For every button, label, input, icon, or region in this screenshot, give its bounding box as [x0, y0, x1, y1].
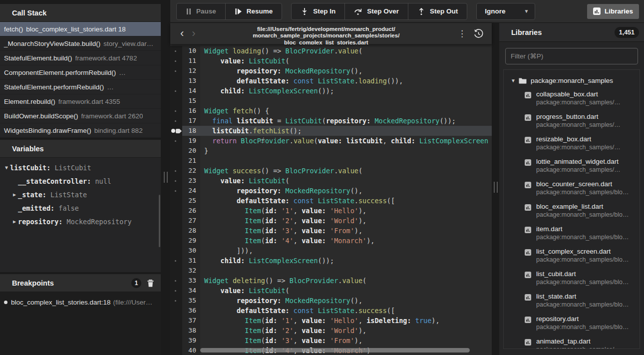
- gutter-marks[interactable]: [170, 346, 182, 355]
- variable-row[interactable]: ▼listCubit: ListCubit: [0, 161, 161, 174]
- library-file-item[interactable]: list_state.dartpackage:monarch_samples/b…: [504, 289, 640, 312]
- library-file-item[interactable]: list_cubit.dartpackage:monarch_samples/b…: [504, 267, 640, 289]
- gutter-marks[interactable]: [170, 76, 182, 86]
- library-file-item[interactable]: repository.dartpackage:monarch_samples/b…: [504, 312, 640, 334]
- call-stack-frame[interactable]: ComponentElement.performRebuild()…: [0, 65, 161, 80]
- variable-row[interactable]: _emitted: false: [0, 201, 161, 215]
- gutter-marks[interactable]: [170, 116, 182, 126]
- gutter-marks[interactable]: [170, 226, 182, 236]
- variable-row[interactable]: ▶repository: MockedRepository: [0, 215, 161, 228]
- library-file-item[interactable]: resizable_box.dartpackage:monarch_sample…: [504, 132, 640, 154]
- file-path-line-2: monarch_sample_projects/monarch_samples/…: [200, 32, 453, 39]
- variables-header: Variables: [0, 140, 161, 158]
- gutter-marks[interactable]: [170, 166, 182, 176]
- line-number: 34: [182, 286, 200, 296]
- call-stack-list: fetch()bloc_complex_list_stories.dart 18…: [0, 22, 161, 138]
- call-stack-frame[interactable]: StatefulElement.performRebuild()…: [0, 80, 161, 94]
- code-line: 11 value: ListCubit(: [170, 56, 492, 66]
- editor-menu-icon[interactable]: ⋮: [453, 28, 471, 39]
- gutter-marks[interactable]: [170, 156, 182, 166]
- library-file-path: package:monarch_samples/…: [536, 143, 621, 151]
- step-over-button[interactable]: Step Over: [345, 3, 408, 19]
- expander-icon[interactable]: ▶: [11, 219, 18, 224]
- gutter-marks[interactable]: [170, 306, 182, 316]
- gutter-marks[interactable]: [170, 86, 182, 96]
- debug-toolbar: Pause Resume Step In: [170, 0, 644, 23]
- code-line: 34 value: ListCubit(: [170, 286, 492, 296]
- breakpoint-entry[interactable]: bloc_complex_list_stories.dart:18(file:/…: [0, 296, 161, 308]
- code-line: 35 repository: MockedRepository(),: [170, 296, 492, 306]
- library-file-icon: [525, 182, 531, 188]
- gutter-marks[interactable]: [170, 196, 182, 206]
- step-in-button[interactable]: Step In: [292, 3, 345, 19]
- navigate-forward-button[interactable]: ›: [188, 28, 199, 39]
- call-stack-frame[interactable]: StatefulElement.build()framework.dart 47…: [0, 51, 161, 65]
- exception-mode-dropdown[interactable]: Ignore ▼: [476, 3, 535, 20]
- gutter-marks[interactable]: [170, 236, 182, 246]
- line-number: 33: [182, 276, 200, 286]
- resume-button[interactable]: Resume: [226, 3, 282, 19]
- library-file-item[interactable]: list_complex_screen.dartpackage:monarch_…: [504, 244, 640, 267]
- call-stack-frame[interactable]: WidgetsBinding.drawFrame()binding.dart 8…: [0, 123, 161, 138]
- call-stack-frame[interactable]: Element.rebuild()framework.dart 4355: [0, 94, 161, 109]
- panel-resize-handle-left[interactable]: [161, 0, 170, 355]
- library-file-item[interactable]: collapsable_box.dartpackage:monarch_samp…: [504, 87, 640, 109]
- gutter-marks[interactable]: [170, 296, 182, 306]
- gutter-marks[interactable]: [170, 256, 182, 266]
- library-file-item[interactable]: bloc_counter_screen.dartpackage:monarch_…: [504, 177, 640, 199]
- gutter-marks[interactable]: [170, 276, 182, 286]
- gutter-marks[interactable]: [170, 246, 182, 256]
- library-file-name: item.dart: [536, 225, 629, 233]
- gutter-marks[interactable]: [170, 206, 182, 216]
- filter-input[interactable]: [505, 48, 638, 64]
- trash-icon[interactable]: [146, 279, 155, 288]
- expander-icon[interactable]: ▶: [11, 192, 18, 197]
- gutter-marks[interactable]: [170, 176, 182, 186]
- gutter-marks[interactable]: [170, 46, 182, 56]
- gutter-marks[interactable]: [170, 136, 182, 146]
- expander-icon[interactable]: ▼: [3, 165, 10, 170]
- gutter-marks[interactable]: [170, 96, 182, 106]
- variable-row[interactable]: __stateController: null: [0, 174, 161, 188]
- possible-breakpoint-dot: [175, 300, 176, 302]
- gutter-marks[interactable]: [170, 326, 182, 336]
- library-file-item[interactable]: lottie_animated_widget.dartpackage:monar…: [504, 154, 640, 177]
- library-file-item[interactable]: animated_tap.dartpackage:monarch_samples…: [504, 334, 640, 349]
- gutter-marks[interactable]: [170, 106, 182, 116]
- call-stack-frame[interactable]: fetch()bloc_complex_list_stories.dart 18: [0, 22, 161, 36]
- horizontal-scrollbar[interactable]: [200, 348, 470, 353]
- gutter-marks[interactable]: [170, 286, 182, 296]
- gutter-marks[interactable]: [170, 186, 182, 196]
- gutter-marks[interactable]: [170, 56, 182, 66]
- libraries-toggle-button[interactable]: Libraries: [587, 4, 639, 19]
- code-view[interactable]: 10Widget loading() => BlocProvider.value…: [170, 44, 492, 355]
- call-stack-frame[interactable]: BuildOwner.buildScope()framework.dart 26…: [0, 109, 161, 123]
- gutter-marks[interactable]: [170, 336, 182, 346]
- navigate-back-button[interactable]: ‹: [176, 28, 188, 39]
- resume-label: Resume: [247, 7, 273, 15]
- library-file-path: package:monarch_samples/blo…: [536, 188, 629, 196]
- gutter-marks[interactable]: [170, 266, 182, 276]
- gutter-marks[interactable]: [170, 316, 182, 326]
- library-file-item[interactable]: item.dartpackage:monarch_samples/blo…: [504, 222, 640, 244]
- code-text: defaultState: const ListState.loading())…: [200, 76, 492, 86]
- gutter-marks[interactable]: [170, 216, 182, 226]
- editor: ‹ › file:///Users/fertrig/development/mo…: [170, 23, 492, 355]
- variable-row[interactable]: ▶_state: ListState: [0, 188, 161, 201]
- gutter-marks[interactable]: [170, 126, 182, 136]
- line-number: 12: [182, 66, 200, 76]
- pause-button[interactable]: Pause: [177, 3, 226, 19]
- step-out-button[interactable]: Step Out: [408, 3, 467, 19]
- package-tree-root[interactable]: ▼ package:monarch_samples: [504, 74, 640, 87]
- call-stack-frame[interactable]: _MonarchStoryViewState.build()story_view…: [0, 36, 161, 51]
- line-number: 27: [182, 216, 200, 226]
- variables-scrollbar[interactable]: [159, 195, 160, 247]
- library-file-item[interactable]: progress_button.dartpackage:monarch_samp…: [504, 109, 640, 132]
- library-file-path: package:monarch_samples/blo…: [536, 278, 629, 286]
- gutter-marks[interactable]: [170, 146, 182, 156]
- panel-resize-handle-right[interactable]: [492, 23, 499, 355]
- history-icon[interactable]: [471, 28, 486, 39]
- library-file-item[interactable]: bloc_example_list.dartpackage:monarch_sa…: [504, 199, 640, 222]
- gutter-marks[interactable]: [170, 66, 182, 76]
- code-line: 15: [170, 96, 492, 106]
